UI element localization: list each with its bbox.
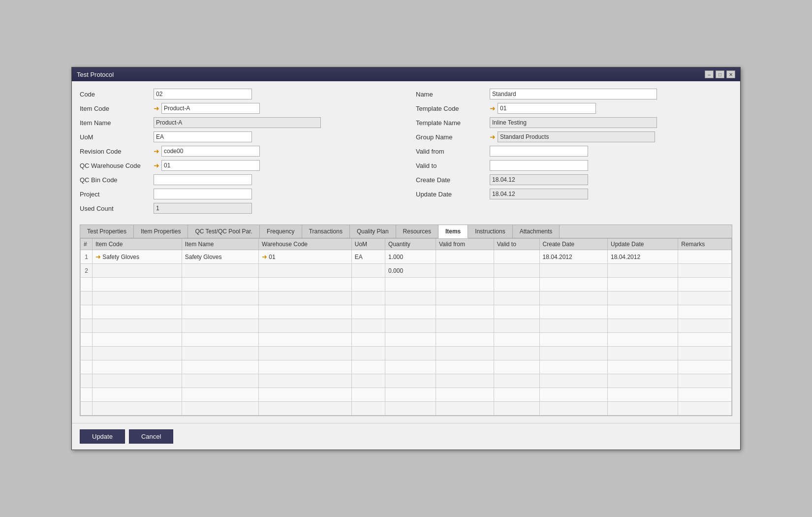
row-valid-from[interactable] bbox=[436, 250, 494, 264]
right-form-column: Name Template Code ➜ Template Name Group… bbox=[416, 88, 732, 217]
table-row bbox=[81, 333, 732, 347]
project-input[interactable] bbox=[154, 189, 252, 199]
col-update-date: Update Date bbox=[608, 239, 678, 250]
row-remarks[interactable] bbox=[678, 264, 732, 278]
revision-code-row: Revision Code ➜ bbox=[80, 145, 396, 157]
code-label: Code bbox=[80, 91, 154, 98]
name-input[interactable] bbox=[490, 89, 657, 99]
table-row bbox=[81, 305, 732, 319]
row-warehouse-arrow: ➜ bbox=[262, 253, 267, 260]
group-name-label: Group Name bbox=[416, 133, 490, 141]
row-item-name[interactable]: Safety Gloves bbox=[182, 250, 258, 264]
footer: Update Cancel bbox=[72, 423, 740, 450]
item-code-input[interactable] bbox=[161, 103, 260, 114]
update-button[interactable]: Update bbox=[80, 429, 125, 444]
col-item-name: Item Name bbox=[182, 239, 258, 250]
main-window: Test Protocol – □ ✕ Code Item Code ➜ bbox=[71, 67, 741, 450]
col-warehouse-code: Warehouse Code bbox=[259, 239, 352, 250]
row-update-date bbox=[608, 264, 678, 278]
item-name-input bbox=[154, 117, 321, 128]
uom-input[interactable] bbox=[154, 131, 252, 142]
tab-attachments[interactable]: Attachments bbox=[513, 225, 560, 238]
qc-warehouse-code-row: QC Warehouse Code ➜ bbox=[80, 160, 396, 171]
row-num: 1 bbox=[81, 250, 93, 264]
template-name-label: Template Name bbox=[416, 119, 490, 127]
code-row: Code bbox=[80, 88, 396, 100]
tab-qc-test[interactable]: QC Test/QC Pool Par. bbox=[188, 225, 260, 238]
qc-bin-code-label: QC Bin Code bbox=[80, 176, 154, 184]
col-item-code: Item Code bbox=[93, 239, 182, 250]
valid-from-row: Valid from bbox=[416, 145, 732, 157]
table-row bbox=[81, 291, 732, 305]
tabs-header: Test Properties Item Properties QC Test/… bbox=[80, 225, 732, 238]
template-name-input bbox=[490, 117, 657, 128]
tab-items[interactable]: Items bbox=[438, 225, 468, 238]
row-update-date: 18.04.2012 bbox=[608, 250, 678, 264]
table-row bbox=[81, 388, 732, 402]
row-num bbox=[81, 305, 93, 319]
template-code-input[interactable] bbox=[498, 103, 596, 114]
row-uom[interactable]: EA bbox=[351, 250, 385, 264]
valid-to-label: Valid to bbox=[416, 162, 490, 169]
create-date-label: Create Date bbox=[416, 176, 490, 184]
minimize-button[interactable]: – bbox=[705, 70, 714, 78]
row-valid-to[interactable] bbox=[494, 264, 539, 278]
row-num bbox=[81, 374, 93, 388]
window-content: Code Item Code ➜ Item Name UoM bbox=[72, 81, 740, 423]
cancel-button[interactable]: Cancel bbox=[129, 429, 173, 444]
tab-transactions[interactable]: Transactions bbox=[302, 225, 350, 238]
row-item-name[interactable] bbox=[182, 264, 258, 278]
revision-code-input[interactable] bbox=[161, 146, 260, 157]
tab-item-properties[interactable]: Item Properties bbox=[134, 225, 188, 238]
row-item-code-arrow: ➜ bbox=[95, 253, 101, 260]
row-create-date: 18.04.2012 bbox=[539, 250, 607, 264]
items-table: # Item Code Item Name Warehouse Code UoM… bbox=[80, 238, 732, 416]
row-valid-from[interactable] bbox=[436, 264, 494, 278]
update-date-label: Update Date bbox=[416, 191, 490, 198]
row-num bbox=[81, 402, 93, 416]
qc-warehouse-code-input[interactable] bbox=[161, 160, 260, 171]
template-code-label: Template Code bbox=[416, 105, 490, 112]
window-controls: – □ ✕ bbox=[705, 70, 735, 78]
row-quantity[interactable]: 0.000 bbox=[385, 264, 436, 278]
row-item-code[interactable] bbox=[93, 264, 182, 278]
row-warehouse-code[interactable] bbox=[259, 264, 352, 278]
tabs-container: Test Properties Item Properties QC Test/… bbox=[80, 225, 732, 416]
row-valid-to[interactable] bbox=[494, 250, 539, 264]
tab-test-properties[interactable]: Test Properties bbox=[80, 225, 134, 238]
create-date-input bbox=[490, 174, 588, 185]
create-date-row: Create Date bbox=[416, 174, 732, 186]
uom-row: UoM bbox=[80, 131, 396, 143]
valid-from-input[interactable] bbox=[490, 146, 588, 157]
tab-quality-plan[interactable]: Quality Plan bbox=[350, 225, 396, 238]
col-quantity: Quantity bbox=[385, 239, 436, 250]
qc-bin-code-input[interactable] bbox=[154, 174, 252, 185]
tab-frequency[interactable]: Frequency bbox=[260, 225, 302, 238]
row-uom[interactable] bbox=[351, 264, 385, 278]
tab-resources[interactable]: Resources bbox=[396, 225, 438, 238]
project-label: Project bbox=[80, 191, 154, 198]
row-warehouse-code[interactable]: ➜ 01 bbox=[259, 250, 352, 264]
close-button[interactable]: ✕ bbox=[726, 70, 735, 78]
form-section: Code Item Code ➜ Item Name UoM bbox=[80, 88, 732, 217]
template-name-row: Template Name bbox=[416, 117, 732, 129]
table-row bbox=[81, 278, 732, 291]
row-quantity[interactable]: 1.000 bbox=[385, 250, 436, 264]
row-remarks[interactable] bbox=[678, 250, 732, 264]
maximize-button[interactable]: □ bbox=[716, 70, 724, 78]
name-label: Name bbox=[416, 91, 490, 98]
group-name-arrow: ➜ bbox=[490, 133, 496, 141]
row-create-date bbox=[539, 264, 607, 278]
tab-instructions[interactable]: Instructions bbox=[468, 225, 512, 238]
code-input[interactable] bbox=[154, 89, 252, 99]
row-item-code[interactable]: ➜ Safety Gloves bbox=[93, 250, 182, 264]
row-num bbox=[81, 347, 93, 360]
row-num bbox=[81, 319, 93, 333]
used-count-input bbox=[154, 203, 252, 214]
title-bar: Test Protocol – □ ✕ bbox=[72, 67, 740, 81]
item-code-arrow: ➜ bbox=[154, 104, 159, 112]
used-count-row: Used Count bbox=[80, 202, 396, 214]
valid-to-input[interactable] bbox=[490, 160, 588, 171]
window-title: Test Protocol bbox=[77, 71, 114, 78]
row-num bbox=[81, 291, 93, 305]
